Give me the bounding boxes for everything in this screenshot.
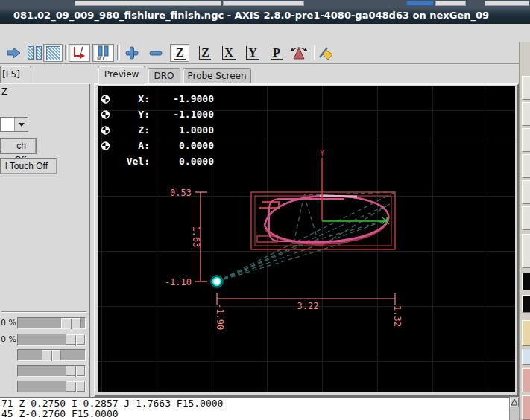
view-side-y-button[interactable]: Y — [243, 44, 262, 62]
tab-probe-screen[interactable]: Probe Screen — [183, 68, 251, 83]
view-rotated-top-icon: Z — [199, 46, 211, 60]
preview-notebook: Y 0.53 -1.10 1.63 3.22 -1.90 1.32 — [94, 83, 519, 397]
override-percent-label: 0 % — [1, 334, 16, 344]
view-front-x-icon: X — [222, 46, 236, 60]
tool-touch-off-combobox[interactable] — [0, 117, 28, 132]
optional-pause-m1-button[interactable]: M1 — [92, 44, 114, 62]
window-titlebar[interactable]: 081.02_09_009_980_fishlure_finish.ngc - … — [0, 7, 530, 24]
gcode-text-area[interactable]: 71 Z-0.2750 I-0.2857 J-1.7663 F15.000045… — [0, 397, 509, 420]
override-slider-row — [0, 364, 91, 378]
slider-trough[interactable] — [17, 381, 86, 392]
broom-icon — [317, 45, 335, 61]
override-slider-row: 0 % — [0, 333, 91, 346]
background-button-fragment[interactable] — [522, 128, 530, 152]
view-side-y-icon: Y — [246, 46, 259, 60]
background-button-fragment[interactable] — [522, 368, 530, 392]
scrollbar-up-arrow[interactable] — [510, 398, 519, 407]
dro-row-y: Y: -1.1000 — [100, 106, 214, 122]
dro-value: 1.0000 — [150, 124, 214, 136]
background-button-fragment[interactable] — [522, 395, 530, 420]
dim-y-max: 0.53 — [170, 188, 192, 198]
left-panel-tab-f5[interactable]: [F5] — [0, 66, 31, 83]
gcode-scrollbar[interactable] — [509, 397, 519, 420]
dro-label: Z: — [111, 124, 150, 136]
run-button[interactable] — [4, 44, 24, 62]
slider-trough[interactable] — [17, 365, 86, 377]
slider-handle[interactable] — [66, 366, 85, 376]
slider-handle[interactable] — [61, 318, 81, 328]
view-top-z-button[interactable]: Z — [170, 44, 189, 62]
dim-x-max: 1.32 — [392, 305, 403, 327]
gcode-line: 71 Z-0.2750 I-0.2857 J-1.7663 F15.0000 — [1, 398, 509, 409]
view-front-x-button[interactable]: X — [219, 44, 239, 62]
background-window-strip — [519, 42, 530, 420]
background-button-fragment[interactable] — [522, 206, 530, 230]
run-from-line-button[interactable]: / — [69, 44, 90, 62]
combobox-arrow[interactable] — [14, 118, 28, 131]
dro-value: -1.9000 — [150, 93, 214, 104]
y-axis-label: Y — [320, 148, 325, 158]
run-arrow-icon — [6, 45, 22, 61]
background-tab-fragment[interactable] — [223, 1, 304, 6]
slider-handle[interactable] — [66, 381, 85, 392]
zoom-out-button[interactable] — [146, 44, 165, 62]
background-button-fragment[interactable] — [522, 349, 530, 365]
background-tab-fragment[interactable] — [75, 1, 221, 6]
background-tab-fragment-selected[interactable] — [406, 1, 434, 6]
view-perspective-icon: P — [271, 46, 283, 60]
dim-y-min: -1.10 — [165, 277, 192, 287]
override-slider-row: 0 % — [0, 316, 91, 330]
rotate-cone-icon — [290, 45, 308, 61]
slider-trough[interactable] — [17, 334, 86, 346]
toolbar: / M1 Z Z X — [0, 42, 519, 64]
axis-application-window: 081.02_09_009_980_fishlure_finish.ngc - … — [0, 0, 530, 420]
homed-icon — [100, 141, 111, 151]
toolpath-preview-canvas[interactable]: Y 0.53 -1.10 1.63 3.22 -1.90 1.32 — [98, 86, 515, 392]
optional-pause-m1-icon: M1 — [95, 45, 112, 61]
dim-x-min: -1.90 — [215, 303, 225, 330]
combobox-field[interactable] — [1, 118, 14, 131]
dro-value: -1.1000 — [150, 109, 214, 120]
homed-icon — [100, 125, 111, 136]
background-button-fragment[interactable] — [522, 154, 530, 178]
axis-z-label: Z — [1, 86, 7, 97]
clear-plot-button[interactable] — [316, 44, 335, 62]
frame-divider — [1, 311, 86, 313]
dro-value: 0.0000 — [150, 140, 214, 151]
slider-trough[interactable] — [17, 349, 86, 361]
tool-touch-off-button[interactable]: l Touch Off — [0, 158, 57, 174]
view-rotated-top-button[interactable]: Z — [195, 44, 215, 62]
background-button-fragment[interactable] — [522, 320, 530, 346]
rotate-view-button[interactable] — [289, 44, 309, 62]
dro-row-vel: Vel: 0.0000 — [100, 153, 214, 169]
dro-value: 0.0000 — [150, 156, 214, 167]
stop-icon — [46, 46, 60, 60]
touch-off-button[interactable]: ch Off — [0, 138, 37, 154]
stop-button[interactable] — [43, 44, 63, 62]
override-slider-row — [0, 380, 91, 393]
background-tab-fragment[interactable] — [485, 1, 529, 6]
zoom-in-button[interactable] — [122, 44, 142, 62]
tab-preview[interactable]: Preview — [98, 66, 145, 84]
menubar-area — [0, 24, 530, 42]
background-button-fragment[interactable] — [522, 102, 530, 126]
svg-text:M1: M1 — [97, 56, 105, 61]
dro-label: Y: — [111, 109, 150, 120]
background-button-fragment[interactable] — [522, 180, 530, 204]
up-triangle-icon — [511, 398, 518, 406]
slider-trough[interactable] — [17, 317, 86, 329]
view-perspective-button[interactable]: P — [267, 44, 286, 62]
slider-handle[interactable] — [42, 350, 61, 360]
homed-icon — [100, 109, 111, 120]
window-title: 081.02_09_009_980_fishlure_finish.ngc - … — [0, 10, 489, 21]
pause-button[interactable] — [25, 44, 44, 62]
zoom-out-icon — [148, 45, 164, 61]
background-tab-fragment[interactable] — [435, 1, 466, 6]
manual-control-panel: Z ch Off l Touch Off 0 % 0 % — [0, 83, 91, 397]
tab-dro[interactable]: DRO — [148, 68, 180, 83]
dro-row-x: X: -1.9000 — [100, 91, 214, 106]
toolbar-separator — [65, 45, 68, 60]
slider-handle[interactable] — [66, 334, 85, 345]
background-button-fragment[interactable] — [522, 76, 530, 100]
zoom-in-icon — [124, 45, 140, 61]
